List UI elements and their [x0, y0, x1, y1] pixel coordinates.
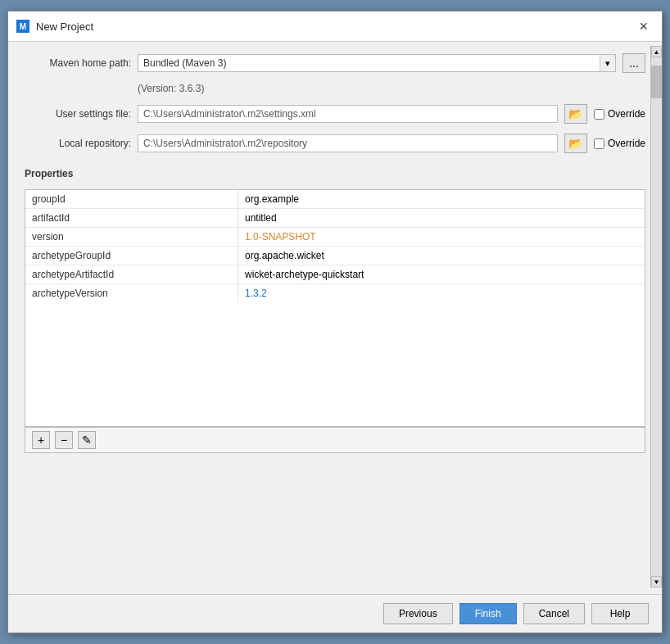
maven-version: (Version: 3.6.3)	[138, 83, 645, 94]
prop-value: org.example	[238, 190, 645, 208]
user-settings-row: User settings file: C:\Users\Administrat…	[25, 104, 645, 124]
previous-button[interactable]: Previous	[383, 603, 453, 624]
table-row: groupIdorg.example	[25, 190, 645, 209]
right-scrollbar[interactable]: ▲ ▼	[650, 46, 662, 587]
user-settings-override-label: Override	[608, 108, 645, 120]
prop-key: archetypeGroupId	[25, 247, 238, 265]
prop-key: artifactId	[25, 209, 238, 227]
local-repo-value: C:\Users\Administrator\.m2\repository	[138, 134, 558, 152]
local-repo-override-label: Override	[608, 138, 645, 149]
prop-key: archetypeArtifactId	[25, 265, 238, 283]
table-row: archetypeVersion1.3.2	[25, 284, 645, 302]
prop-value: 1.3.2	[238, 284, 645, 302]
user-settings-override: Override	[594, 108, 645, 120]
prop-value: wicket-archetype-quickstart	[238, 265, 645, 283]
maven-home-more-btn[interactable]: ...	[622, 53, 645, 73]
maven-home-label: Maven home path:	[25, 57, 131, 69]
prop-key: version	[25, 228, 238, 246]
prop-key: archetypeVersion	[25, 284, 238, 302]
table-row: archetypeGroupIdorg.apache.wicket	[25, 247, 645, 265]
table-row: archetypeArtifactIdwicket-archetype-quic…	[25, 265, 645, 284]
finish-button[interactable]: Finish	[459, 603, 517, 624]
user-settings-value: C:\Users\Administrator\.m2\settings.xml	[138, 105, 558, 123]
add-property-btn[interactable]: +	[32, 431, 50, 449]
cancel-button[interactable]: Cancel	[523, 603, 585, 624]
user-settings-label: User settings file:	[25, 108, 131, 120]
scroll-up-arrow[interactable]: ▲	[651, 46, 662, 57]
local-repo-row: Local repository: C:\Users\Administrator…	[25, 134, 645, 153]
local-repo-browse-btn[interactable]: 📂	[564, 134, 587, 153]
maven-home-row: Maven home path: Bundled (Maven 3) ▾ ...	[25, 53, 645, 73]
local-repo-override: Override	[594, 138, 645, 149]
prop-value: org.apache.wicket	[238, 247, 645, 265]
dialog-title: New Project	[36, 20, 93, 33]
dialog-content: Maven home path: Bundled (Maven 3) ▾ ...…	[8, 42, 662, 594]
local-repo-label: Local repository:	[25, 138, 131, 149]
user-settings-override-checkbox[interactable]	[594, 109, 604, 120]
scroll-down-arrow[interactable]: ▼	[651, 576, 662, 587]
prop-key: groupId	[25, 190, 238, 208]
local-repo-override-checkbox[interactable]	[594, 138, 604, 149]
user-settings-browse-btn[interactable]: 📂	[564, 104, 587, 124]
app-icon: M	[16, 20, 29, 33]
help-button[interactable]: Help	[591, 603, 649, 624]
prop-value: untitled	[238, 209, 645, 227]
table-row: version1.0-SNAPSHOT	[25, 228, 645, 247]
properties-table: groupIdorg.exampleartifactIduntitledvers…	[25, 189, 645, 427]
maven-home-value: Bundled (Maven 3)	[138, 55, 600, 71]
title-bar-left: M New Project	[16, 20, 93, 33]
new-project-dialog: M New Project ✕ Maven home path: Bundled…	[7, 11, 663, 633]
table-toolbar: + − ✎	[25, 427, 645, 453]
prop-value: 1.0-SNAPSHOT	[238, 228, 645, 246]
remove-property-btn[interactable]: −	[55, 431, 73, 449]
scroll-thumb	[651, 66, 662, 98]
properties-section-title: Properties	[25, 168, 645, 179]
close-button[interactable]: ✕	[634, 18, 654, 34]
edit-property-btn[interactable]: ✎	[78, 431, 96, 449]
title-bar: M New Project ✕	[8, 11, 662, 42]
button-row: Previous Finish Cancel Help	[8, 594, 662, 633]
table-row: artifactIduntitled	[25, 209, 645, 228]
maven-home-dropdown[interactable]: ▾	[600, 55, 615, 71]
